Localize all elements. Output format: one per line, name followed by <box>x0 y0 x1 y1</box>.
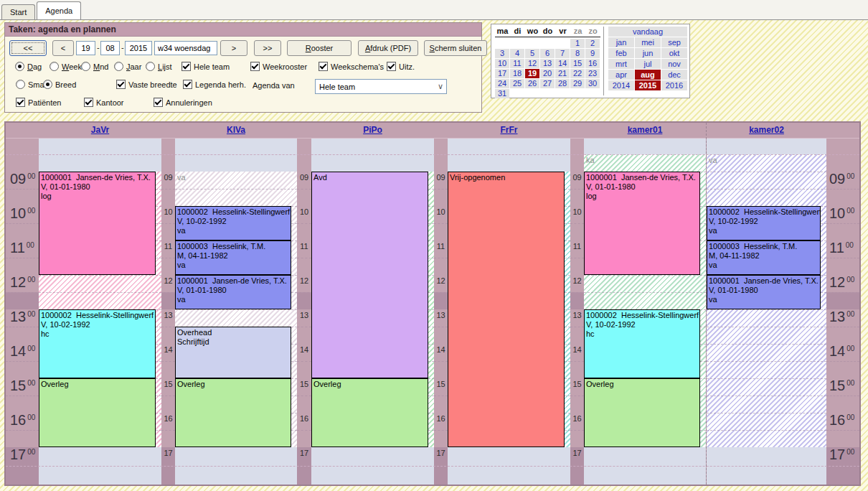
day-cell[interactable]: 31 <box>495 89 509 98</box>
column-header-kamer02[interactable]: kamer02 <box>707 125 826 135</box>
day-cell[interactable]: 23 <box>585 69 600 78</box>
day-cell[interactable]: 13 <box>540 59 555 68</box>
day-cell[interactable]: 15 <box>570 59 585 68</box>
appointment[interactable]: Overleg <box>584 378 700 447</box>
appointment[interactable]: Avd <box>311 172 428 378</box>
nav-first-button[interactable]: << <box>9 40 47 56</box>
day-cell[interactable]: 9 <box>585 49 600 58</box>
day-cell[interactable]: 11 <box>510 59 524 68</box>
day-cell[interactable]: 10 <box>495 59 509 68</box>
day-cell[interactable]: 30 <box>585 79 600 88</box>
day-cell[interactable]: 21 <box>555 69 570 78</box>
column-header-frfr[interactable]: FrFr <box>448 125 570 135</box>
rooster-button[interactable]: Rooster <box>287 40 352 56</box>
day-cell[interactable]: 26 <box>525 79 539 88</box>
day-cell[interactable]: 2 <box>585 39 600 48</box>
checkbox-weekrooster[interactable]: Weekrooster <box>250 62 307 71</box>
radio-jaar[interactable]: Jaar <box>114 62 141 71</box>
day-cell[interactable]: 28 <box>555 79 570 88</box>
radio-lijst[interactable]: Lijst <box>146 62 172 71</box>
appointment[interactable]: 1000002 Hesselink-StellingwerfV, 10-02-1… <box>39 309 156 378</box>
day-cell[interactable]: 7 <box>555 49 570 58</box>
month-cell-mei[interactable]: mei <box>635 37 661 47</box>
checkbox-pati-nten[interactable]: Patiënten <box>16 98 61 107</box>
appointment[interactable]: 1000001 Jansen-de Vries, T.X.V, 01-01-19… <box>175 275 291 309</box>
checkbox-annuleringen[interactable]: Annuleringen <box>154 98 212 107</box>
month-cell-nov[interactable]: nov <box>661 59 687 69</box>
day-cell[interactable]: 29 <box>570 79 585 88</box>
year-cell-2015[interactable]: 2015 <box>635 80 661 90</box>
year-cell-2016[interactable]: 2016 <box>661 80 687 90</box>
appointment[interactable]: 1000003 Hesselink, T.M.M, 04-11-1982va <box>707 240 821 275</box>
radio-week[interactable]: Week <box>49 62 82 71</box>
day-cell[interactable]: 18 <box>510 69 524 78</box>
day-cell[interactable]: 17 <box>495 69 509 78</box>
month-cell-jul[interactable]: jul <box>635 59 661 69</box>
month-cell-aug[interactable]: aug <box>635 70 661 80</box>
appointment[interactable]: 1000002 Hesselink-StellingwerfV, 10-02-1… <box>175 206 291 240</box>
year-cell-2014[interactable]: 2014 <box>608 80 634 90</box>
appointment[interactable]: 1000002 Hesselink-StellingwerfV, 10-02-1… <box>584 309 700 378</box>
month-cell-sep[interactable]: sep <box>661 37 687 47</box>
day-cell[interactable]: 3 <box>495 49 509 58</box>
today-button[interactable]: vandaag <box>608 27 687 37</box>
month-input[interactable] <box>100 41 120 55</box>
appointment[interactable]: Overleg <box>311 378 428 447</box>
tab-start[interactable]: Start <box>1 4 35 19</box>
appointment[interactable]: Vrij-opgenomen <box>448 172 565 447</box>
day-cell[interactable]: 19 <box>525 69 539 78</box>
appointment[interactable]: 1000002 Hesselink-StellingwerfV, 10-02-1… <box>707 206 821 240</box>
day-cell[interactable]: 1 <box>570 39 585 48</box>
week-display-input[interactable] <box>154 41 217 55</box>
month-cell-mrt[interactable]: mrt <box>608 59 634 69</box>
radio-dag[interactable]: Dag <box>15 62 42 71</box>
checkbox-uitz[interactable]: Uitz. <box>387 62 415 71</box>
column-header-pipo[interactable]: PiPo <box>311 125 434 135</box>
day-cell[interactable]: 12 <box>525 59 539 68</box>
nav-next-button[interactable]: > <box>220 40 247 56</box>
month-cell-jun[interactable]: jun <box>635 48 661 58</box>
appointment[interactable]: 1000001 Jansen-de Vries, T.X.V, 01-01-19… <box>39 172 156 275</box>
day-cell[interactable]: 25 <box>510 79 524 88</box>
checkbox-kantoor[interactable]: Kantoor <box>84 98 124 107</box>
appointment[interactable]: Overleg <box>39 378 156 447</box>
column-header-javr[interactable]: JaVr <box>39 125 161 135</box>
day-cell[interactable]: 4 <box>510 49 524 58</box>
nav-prev-button[interactable]: < <box>52 40 74 56</box>
scherm-sluiten-button[interactable]: Scherm sluiten <box>424 40 487 56</box>
radio-mnd[interactable]: Mnd <box>81 62 108 71</box>
appointment[interactable]: 1000003 Hesselink, T.M.M, 04-11-1982va <box>175 240 291 275</box>
checkbox-legenda-herh[interactable]: Legenda herh. <box>183 80 246 89</box>
month-cell-apr[interactable]: apr <box>608 70 634 80</box>
day-cell[interactable]: 8 <box>570 49 585 58</box>
checkbox-hele-team[interactable]: Hele team <box>181 62 230 71</box>
day-cell[interactable]: 27 <box>540 79 555 88</box>
checkbox-weekschema-s[interactable]: Weekschema's <box>319 62 384 71</box>
year-input[interactable] <box>125 41 152 55</box>
appointment[interactable]: 1000001 Jansen-de Vries, T.X.V, 01-01-19… <box>707 275 821 309</box>
month-cell-okt[interactable]: okt <box>661 48 687 58</box>
month-cell-feb[interactable]: feb <box>608 48 634 58</box>
agenda-van-select[interactable]: Hele team ∨ <box>315 79 447 94</box>
day-cell[interactable]: 5 <box>525 49 539 58</box>
month-cell-jan[interactable]: jan <box>608 37 634 47</box>
radio-smal[interactable]: Smal <box>16 80 46 89</box>
afdruk-pdf-button[interactable]: Afdruk (PDF) <box>358 40 418 56</box>
day-input[interactable] <box>76 41 95 55</box>
day-cell[interactable]: 22 <box>570 69 585 78</box>
day-cell[interactable]: 14 <box>555 59 570 68</box>
appointment[interactable]: OverheadSchrijftijd <box>175 327 291 378</box>
radio-breed[interactable]: Breed <box>43 80 76 89</box>
day-cell[interactable]: 6 <box>540 49 555 58</box>
tab-agenda[interactable]: Agenda <box>37 1 81 19</box>
nav-last-button[interactable]: >> <box>254 40 281 56</box>
day-cell[interactable]: 20 <box>540 69 555 78</box>
day-cell[interactable]: 16 <box>585 59 600 68</box>
day-cell[interactable]: 24 <box>495 79 509 88</box>
appointment[interactable]: 1000001 Jansen-de Vries, T.X.V, 01-01-19… <box>584 172 700 275</box>
column-header-klva[interactable]: KlVa <box>175 125 297 135</box>
month-cell-dec[interactable]: dec <box>661 70 687 80</box>
checkbox-vaste-breedte[interactable]: Vaste breedte <box>116 80 177 89</box>
column-header-kamer01[interactable]: kamer01 <box>584 125 706 135</box>
appointment[interactable]: Overleg <box>175 378 291 447</box>
